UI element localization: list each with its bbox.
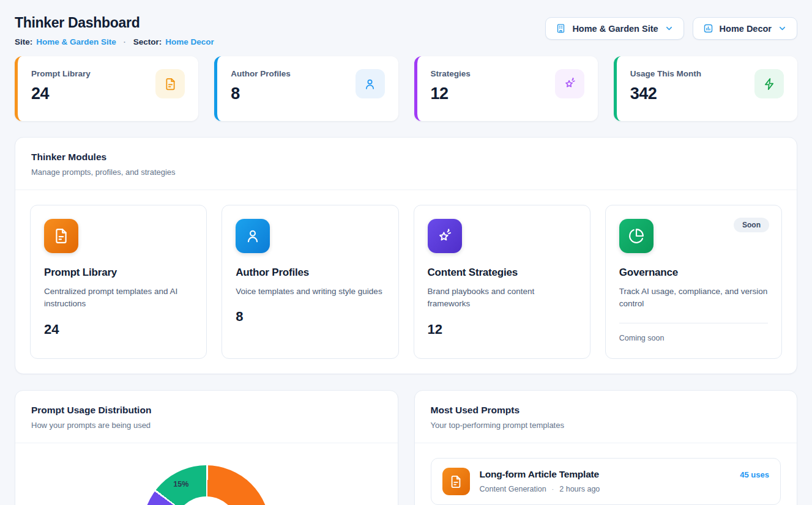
sector-label: Sector: (133, 37, 162, 46)
sector-selector-dropdown[interactable]: Home Decor (693, 17, 797, 40)
module-count: 24 (44, 322, 193, 337)
module-description: Voice templates and writing style guides (236, 286, 384, 298)
bottom-row: Prompt Usage Distribution How your promp… (15, 390, 797, 505)
file-icon (155, 69, 185, 98)
modules-panel-title: Thinker Modules (31, 152, 781, 163)
usage-panel-title: Prompt Usage Distribution (31, 405, 382, 416)
file-icon (44, 219, 78, 253)
user-icon (356, 69, 385, 98)
stat-card-strategies: Strategies 12 (414, 56, 598, 121)
subline-dot: · (124, 38, 126, 46)
modules-grid: Prompt Library Centralized prompt templa… (15, 190, 797, 374)
prompts-list: Long-form Article Template Content Gener… (415, 443, 797, 505)
prompt-time: 2 hours ago (559, 485, 600, 493)
stat-value: 8 (231, 84, 291, 103)
module-card-content-strategies[interactable]: Content Strategies Brand playbooks and c… (414, 205, 590, 359)
top-bar: Thinker Dashboard Site: Home & Garden Si… (15, 13, 797, 46)
module-footer: Coming soon (619, 323, 768, 342)
pie-chart-icon (619, 219, 654, 253)
module-description: Centralized prompt templates and AI inst… (44, 286, 193, 311)
site-selector-dropdown[interactable]: Home & Garden Site (545, 17, 683, 40)
stat-card-author-profiles: Author Profiles 8 (214, 56, 398, 121)
stat-value: 24 (31, 84, 91, 103)
sparkle-star-icon (555, 69, 584, 98)
site-label: Site: (15, 37, 32, 46)
building-icon (556, 23, 566, 34)
modules-panel-subtitle: Manage prompts, profiles, and strategies (31, 168, 781, 177)
stat-value: 12 (431, 84, 471, 103)
prompts-panel-subtitle: Your top-performing prompt templates (431, 421, 781, 430)
site-selector-label: Home & Garden Site (572, 24, 658, 34)
prompts-panel-title: Most Used Prompts (431, 405, 781, 416)
module-card-author-profiles[interactable]: Author Profiles Voice templates and writ… (222, 205, 398, 359)
prompts-panel-header: Most Used Prompts Your top-performing pr… (415, 391, 797, 443)
site-link[interactable]: Home & Garden Site (36, 37, 116, 46)
most-used-prompts-panel: Most Used Prompts Your top-performing pr… (414, 390, 798, 505)
prompt-category: Content Generation (480, 485, 546, 493)
stat-label: Strategies (431, 69, 471, 78)
dashboard-page: Thinker Dashboard Site: Home & Garden Si… (0, 0, 812, 505)
module-title: Author Profiles (236, 267, 384, 279)
modules-panel-header: Thinker Modules Manage prompts, profiles… (15, 138, 797, 190)
module-card-prompt-library[interactable]: Prompt Library Centralized prompt templa… (30, 205, 207, 359)
stat-value: 342 (630, 84, 701, 103)
stat-card-prompt-library: Prompt Library 24 (15, 56, 198, 121)
module-count: 8 (236, 309, 384, 325)
module-count: 12 (428, 322, 576, 337)
module-description: Track AI usage, compliance, and version … (619, 286, 768, 311)
chevron-down-icon (665, 24, 674, 33)
prompt-meta: Content Generation · 2 hours ago (480, 485, 600, 493)
prompt-list-item[interactable]: Long-form Article Template Content Gener… (431, 458, 781, 505)
sector-selector-label: Home Decor (720, 24, 772, 34)
sparkle-star-icon (428, 219, 462, 253)
stat-card-usage: Usage This Month 342 (614, 56, 797, 121)
stats-row: Prompt Library 24 Author Profiles 8 (15, 56, 797, 121)
header-selectors: Home & Garden Site Home Decor (545, 17, 797, 40)
header-titles: Thinker Dashboard Site: Home & Garden Si… (15, 13, 214, 46)
stat-label: Prompt Library (31, 69, 91, 78)
bar-chart-icon (703, 23, 713, 34)
user-icon (236, 219, 270, 253)
usage-panel-subtitle: How your prompts are being used (31, 421, 382, 430)
module-card-governance[interactable]: Soon Governance Track AI usage, complian… (605, 205, 782, 359)
prompt-usage-panel: Prompt Usage Distribution How your promp… (15, 390, 398, 505)
module-title: Prompt Library (44, 267, 193, 279)
donut-slice-label: 15% (173, 480, 188, 488)
usage-panel-header: Prompt Usage Distribution How your promp… (15, 391, 398, 443)
usage-chart-area: 15% (15, 465, 398, 505)
site-sector-subline: Site: Home & Garden Site · Sector: Home … (15, 37, 214, 46)
sector-link[interactable]: Home Decor (165, 37, 214, 46)
soon-badge: Soon (734, 218, 769, 232)
prompt-title: Long-form Article Template (480, 469, 600, 480)
prompt-uses-count: 45 uses (740, 468, 769, 479)
file-icon (442, 468, 470, 495)
stat-label: Author Profiles (231, 69, 291, 78)
module-description: Brand playbooks and content frameworks (428, 286, 576, 311)
usage-donut-chart: 15% (143, 465, 270, 505)
meta-dot: · (552, 485, 554, 493)
thinker-modules-panel: Thinker Modules Manage prompts, profiles… (15, 137, 797, 374)
zap-icon (754, 69, 784, 98)
page-title: Thinker Dashboard (15, 15, 214, 31)
module-title: Governance (619, 267, 768, 279)
chevron-down-icon (778, 24, 787, 33)
stat-label: Usage This Month (630, 69, 701, 78)
module-title: Content Strategies (428, 267, 576, 279)
